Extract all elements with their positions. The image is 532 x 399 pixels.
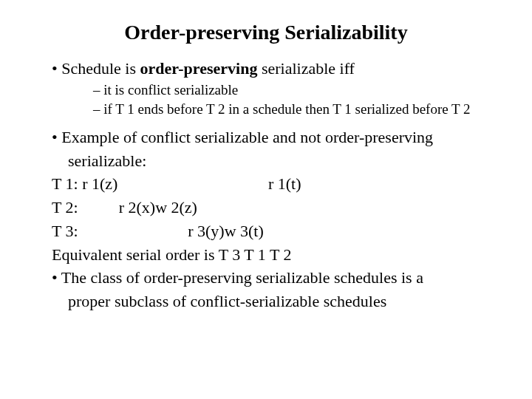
schedule-t3: T 3: r 3(y)w 3(t) xyxy=(30,220,502,242)
bullet-definition: Schedule is order-preserving serializabl… xyxy=(30,58,502,80)
text: Schedule is xyxy=(61,59,140,78)
slide: Order-preserving Serializability Schedul… xyxy=(0,0,532,399)
sub-bullet-order: if T 1 ends before T 2 in a schedule the… xyxy=(30,100,502,119)
text: serializable iff xyxy=(262,59,355,78)
schedule-t1: T 1: r 1(z) r 1(t) xyxy=(30,173,502,195)
text-bold: order-preserving xyxy=(140,59,262,78)
bullet-subclass-cont: proper subclass of conflict-serializable… xyxy=(30,290,502,313)
bullet-subclass: The class of order-preserving serializab… xyxy=(30,267,502,289)
page-title: Order-preserving Serializability xyxy=(30,21,502,44)
bullet-example: Example of conflict serializable and not… xyxy=(30,126,502,149)
schedule-t2: T 2: r 2(x)w 2(z) xyxy=(30,197,502,219)
bullet-example-cont: serializable: xyxy=(30,150,502,172)
sub-bullet-conflict: it is conflict serializable xyxy=(30,81,502,100)
equivalent-order: Equivalent serial order is T 3 T 1 T 2 xyxy=(30,244,502,266)
